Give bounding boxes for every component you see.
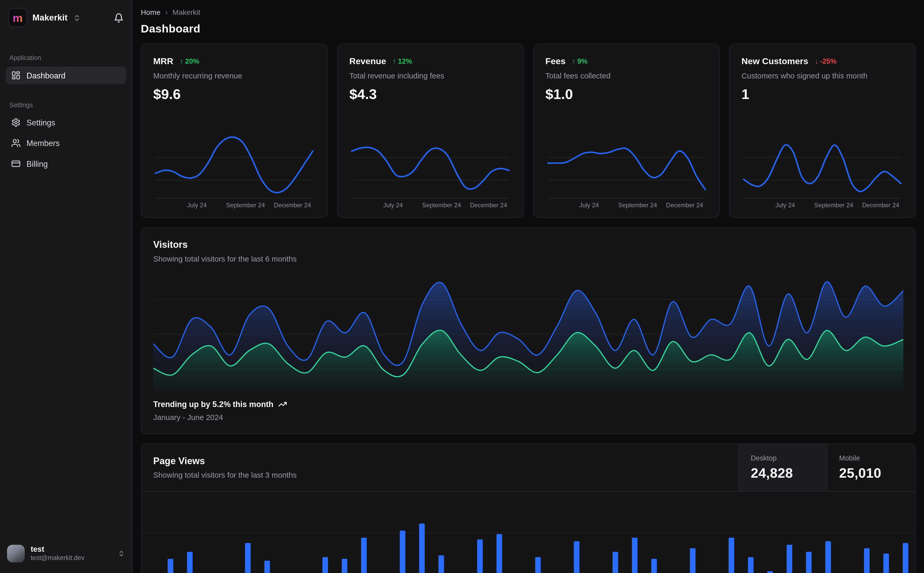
stats-row: MRR ↑ 20% Monthly recurring revenue $9.6… [141, 44, 916, 218]
mrr-sparkline-chart [153, 130, 315, 199]
new-customers-sparkline-chart [742, 130, 904, 199]
user-email: test@makerkit.dev [31, 554, 85, 562]
chevrons-up-down-icon [73, 14, 80, 21]
breadcrumb-home[interactable]: Home [141, 8, 161, 16]
team-switcher[interactable]: m Makerkit [6, 7, 126, 28]
toggle-value: 25,010 [839, 465, 904, 481]
stat-title: Fees [545, 56, 566, 66]
sidebar-item-billing[interactable]: Billing [6, 155, 126, 172]
app-window: m Makerkit Application Dashboard Setting… [0, 0, 924, 573]
page-views-card: Page Views Showing total visitors for th… [141, 443, 916, 573]
credit-card-icon [11, 159, 20, 168]
sidebar-item-label: Members [27, 139, 60, 147]
stat-title: Revenue [349, 56, 386, 66]
sidebar-item-members[interactable]: Members [6, 134, 126, 152]
stat-title: MRR [153, 56, 173, 66]
x-tick: July 24 [775, 201, 795, 208]
page-views-subtitle: Showing total visitors for the last 3 mo… [153, 471, 726, 479]
sidebar-item-label: Settings [27, 118, 55, 127]
visitors-subtitle: Showing total visitors for the last 6 mo… [153, 254, 903, 263]
stat-value: $1.0 [545, 86, 707, 102]
visitors-trend-text: Trending up by 5.2% this month [153, 400, 273, 409]
gear-icon [11, 117, 20, 127]
trending-up-icon [278, 400, 287, 409]
arrow-up-icon: ↑ [180, 57, 184, 65]
sidebar-item-label: Dashboard [27, 71, 66, 80]
trend-badge: ↓ -25% [815, 57, 837, 65]
trend-badge: ↑ 20% [180, 57, 199, 65]
stat-subtitle: Total fees collected [545, 71, 707, 80]
sidebar-section-settings: Settings [9, 101, 122, 108]
trend-value: 9% [577, 57, 587, 65]
page-views-bar-chart [141, 492, 915, 573]
breadcrumb: Home › Makerkit [141, 8, 916, 16]
stat-subtitle: Monthly recurring revenue [153, 71, 315, 80]
trend-value: 20% [185, 57, 199, 65]
main-content: Home › Makerkit Dashboard MRR ↑ 20% Mont… [133, 0, 924, 573]
brand-name: Makerkit [33, 13, 67, 22]
chevron-right-icon: › [165, 8, 168, 16]
trend-value: -25% [820, 57, 837, 65]
stat-subtitle: Total revenue including fees [349, 71, 511, 80]
dashboard-icon [11, 70, 20, 80]
user-name: test [31, 545, 85, 554]
x-tick: September 24 [226, 201, 265, 208]
breadcrumb-current: Makerkit [173, 8, 201, 16]
revenue-sparkline-chart [349, 130, 511, 199]
toggle-label: Desktop [751, 454, 815, 462]
stat-card-new-customers: New Customers ↓ -25% Customers who signe… [729, 44, 916, 218]
stat-card-revenue: Revenue ↑ 12% Total revenue including fe… [337, 44, 524, 218]
toggle-label: Mobile [839, 454, 904, 462]
sidebar: m Makerkit Application Dashboard Setting… [0, 0, 133, 573]
stat-title: New Customers [742, 56, 808, 66]
x-axis-labels: July 24 September 24 December 24 [742, 201, 904, 210]
x-axis-labels: July 24 September 24 December 24 [153, 201, 315, 210]
sidebar-item-label: Billing [27, 159, 48, 168]
visitors-card: Visitors Showing total visitors for the … [141, 227, 916, 434]
trend-badge: ↑ 12% [393, 57, 412, 65]
sidebar-section-application: Application [9, 54, 122, 61]
makerkit-logo: m [8, 8, 27, 27]
page-views-title: Page Views [153, 456, 726, 467]
user-avatar [7, 545, 25, 562]
toggle-desktop[interactable]: Desktop 24,828 [739, 444, 827, 491]
x-axis-labels: July 24 September 24 December 24 [349, 201, 511, 210]
page-title: Dashboard [141, 22, 916, 35]
sidebar-item-settings[interactable]: Settings [6, 114, 126, 132]
notifications-bell-icon[interactable] [114, 13, 124, 23]
stat-value: 1 [742, 86, 904, 102]
stat-card-fees: Fees ↑ 9% Total fees collected $1.0 July… [533, 44, 720, 218]
page-views-header: Page Views Showing total visitors for th… [141, 444, 915, 491]
user-menu[interactable]: test test@makerkit.dev [6, 542, 126, 565]
x-tick: July 24 [383, 201, 403, 208]
x-tick: December 24 [862, 201, 899, 208]
chevrons-up-down-icon [118, 550, 125, 557]
page-views-chart-area [141, 491, 915, 573]
arrow-up-icon: ↑ [393, 57, 396, 65]
x-tick: December 24 [666, 201, 703, 208]
users-icon [11, 138, 20, 148]
x-tick: July 24 [579, 201, 599, 208]
visitors-area-chart [153, 274, 903, 390]
x-axis-labels: July 24 September 24 December 24 [545, 201, 707, 210]
x-tick: December 24 [470, 201, 507, 208]
x-tick: September 24 [618, 201, 657, 208]
stat-value: $9.6 [153, 86, 315, 102]
toggle-value: 24,828 [751, 465, 815, 481]
visitors-title: Visitors [153, 240, 903, 250]
trend-value: 12% [398, 57, 412, 65]
stat-card-mrr: MRR ↑ 20% Monthly recurring revenue $9.6… [141, 44, 328, 218]
trend-badge: ↑ 9% [572, 57, 588, 65]
arrow-down-icon: ↓ [815, 57, 819, 65]
toggle-mobile[interactable]: Mobile 25,010 [827, 444, 915, 491]
sidebar-item-dashboard[interactable]: Dashboard [6, 66, 126, 84]
x-tick: December 24 [274, 201, 311, 208]
visitors-period: January - June 2024 [153, 413, 903, 421]
fees-sparkline-chart [545, 130, 707, 199]
x-tick: September 24 [814, 201, 853, 208]
x-tick: July 24 [187, 201, 207, 208]
stat-value: $4.3 [349, 86, 511, 102]
arrow-up-icon: ↑ [572, 57, 576, 65]
visitors-footer: Trending up by 5.2% this month January -… [153, 400, 903, 421]
stat-subtitle: Customers who signed up this month [742, 71, 904, 80]
